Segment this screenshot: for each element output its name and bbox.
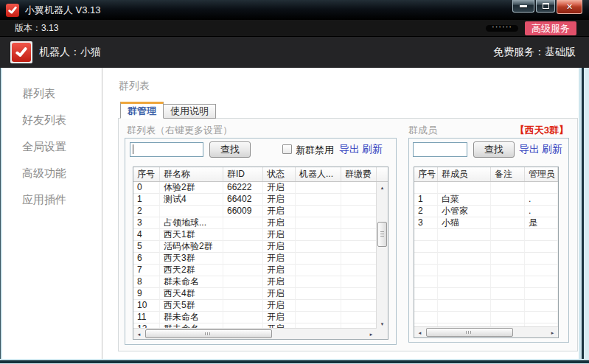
column-header[interactable]: 管理员 [525,167,558,181]
table-row[interactable] [414,276,558,288]
table-row[interactable] [414,241,558,253]
member-search-input[interactable] [413,142,467,157]
sidebar-item-friend-list[interactable]: 好友列表 [0,113,102,127]
tab-group-manage[interactable]: 群管理 [120,102,164,119]
table-row[interactable] [414,288,558,300]
table-row[interactable] [414,182,558,194]
group-search-input[interactable] [130,142,203,157]
sidebar-item-global-settings[interactable]: 全局设置 [0,139,102,154]
table-cell [525,265,558,276]
table-cell [491,194,525,206]
table-body: 1白菜.2小管家.3小猫是 [414,182,558,328]
robot-name-label: 机器人：小猫 [39,46,101,59]
table-cell: 开启 [263,229,296,241]
table-row[interactable]: 10西天5群开启 [133,300,377,312]
table-cell: 1 [133,194,160,206]
table-row[interactable]: 6西天3群开启 [133,253,377,265]
table-cell: 开启 [263,276,296,288]
close-button[interactable]: ✕ [557,0,582,14]
table-cell [491,241,525,253]
table-cell: 11 [133,312,160,323]
scroll-up-icon[interactable]: ▲ [377,182,388,193]
table-row[interactable]: 7西天2群开启 [133,265,377,276]
column-header[interactable]: 群名称 [160,167,223,181]
table-row[interactable] [414,253,558,265]
table-row[interactable]: 11群未命名开启 [133,312,377,323]
member-find-button[interactable]: 查找 [473,141,515,158]
table-row[interactable]: 3占领地球...开启 [133,217,377,229]
table-cell: 7 [133,265,160,276]
table-row[interactable]: 1白菜. [414,194,558,206]
table-cell: 小猫 [438,217,491,229]
table-cell [491,229,525,241]
table-cell [491,276,525,288]
new-group-disable-label[interactable]: 新群禁用 [296,144,334,157]
group-table-hscrollbar[interactable]: ◄ ► [133,328,377,339]
table-cell: 群未命名 [160,276,223,288]
table-cell [491,265,525,276]
close-icon: ✕ [566,3,573,11]
table-cell: 1 [414,194,438,206]
version-label: 版本：3.13 [15,22,58,35]
hscroll-thumb[interactable] [426,328,513,337]
minimize-button[interactable] [512,0,534,13]
column-header[interactable]: 群ID [223,167,263,181]
table-row[interactable] [414,229,558,241]
minimize-icon [520,5,527,7]
table-row[interactable]: 266009开启 [133,206,377,217]
table-row[interactable]: 5活码体验2群开启 [133,241,377,253]
group-find-button[interactable]: 查找 [209,141,251,158]
text-caret [133,144,133,154]
table-row[interactable]: 2小管家. [414,206,558,217]
table-row[interactable]: 3小猫是 [414,217,558,229]
group-export-link[interactable]: 导出 [339,143,360,156]
sidebar-item-advanced-features[interactable]: 高级功能 [0,166,102,181]
premium-service-button[interactable]: 高级服务 [525,21,576,35]
member-box: 查找 导出 刷新 序号群成员备注管理员1白菜.2小管家.3小猫是 ◄ ► [408,138,569,343]
column-header[interactable]: 群缴费 [341,167,377,181]
table-row[interactable]: 8群未命名开启 [133,276,377,288]
table-cell [438,300,491,312]
column-header[interactable]: 序号 [133,167,160,181]
table-row[interactable]: 9西天4群开启 [133,288,377,300]
sidebar-item-app-plugins[interactable]: 应用插件 [0,192,102,207]
robot-bar: 机器人：小猫 免费服务：基础版 [0,37,589,68]
table-cell: 4 [133,229,160,241]
table-cell [491,217,525,229]
table-row[interactable] [414,265,558,276]
table-row[interactable]: 1测试466402开启 [133,194,377,206]
table-cell [438,288,491,300]
table-cell [414,312,438,323]
table-row[interactable]: 0体验2群66222开启 [133,182,377,194]
vscroll-thumb[interactable] [377,222,387,247]
tab-usage-help[interactable]: 使用说明 [164,104,216,119]
column-header[interactable]: 机器人... [296,167,341,181]
column-header[interactable]: 群成员 [438,167,491,181]
member-table-hscrollbar[interactable]: ◄ ► [414,326,558,337]
table-row[interactable] [414,312,558,323]
table-cell: 开启 [263,206,296,217]
scroll-right-icon[interactable]: ► [366,329,377,340]
table-row[interactable]: 4西天1群开启 [133,229,377,241]
sidebar-item-group-list[interactable]: 群列表 [0,86,102,101]
hscroll-thumb[interactable] [145,329,272,338]
table-cell [296,206,341,217]
maximize-button[interactable] [536,0,555,13]
scroll-right-icon[interactable]: ► [547,327,558,338]
new-group-disable-checkbox[interactable] [282,144,292,154]
table-cell [223,276,263,288]
member-refresh-link[interactable]: 刷新 [542,143,562,156]
scroll-left-icon[interactable]: ◄ [414,327,425,338]
table-cell: 0 [133,182,160,194]
table-row[interactable] [414,300,558,312]
table-cell [491,182,525,194]
column-header[interactable]: 备注 [491,167,525,181]
column-header[interactable]: 状态 [263,167,296,181]
member-export-link[interactable]: 导出 [519,143,540,156]
group-refresh-link[interactable]: 刷新 [362,143,383,156]
column-header[interactable]: 序号 [414,167,438,181]
group-table-vscrollbar[interactable]: ▲ ▼ [376,182,388,329]
page-title: 群列表 [119,80,150,93]
table-cell: 3 [414,217,438,229]
scroll-left-icon[interactable]: ◄ [133,329,144,340]
